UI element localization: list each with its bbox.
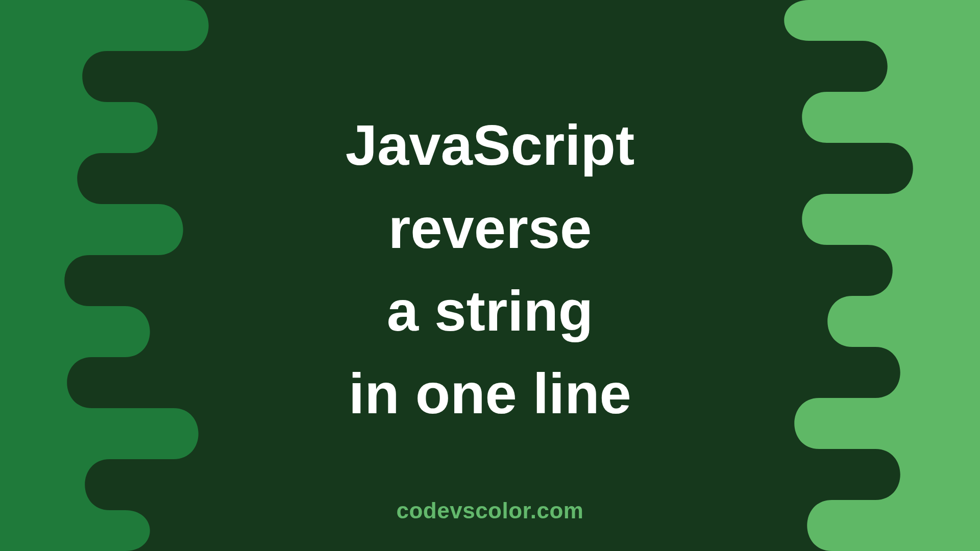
blob-left-decoration — [0, 0, 245, 551]
blob-right-decoration — [735, 0, 980, 551]
hero-card: JavaScript reverse a string in one line … — [0, 0, 980, 551]
hero-title: JavaScript reverse a string in one line — [346, 104, 635, 436]
title-line-4: in one line — [346, 353, 635, 436]
credit-label: codevscolor.com — [397, 498, 584, 523]
title-line-2: reverse — [346, 187, 635, 270]
title-line-1: JavaScript — [346, 104, 635, 187]
title-line-3: a string — [346, 270, 635, 353]
